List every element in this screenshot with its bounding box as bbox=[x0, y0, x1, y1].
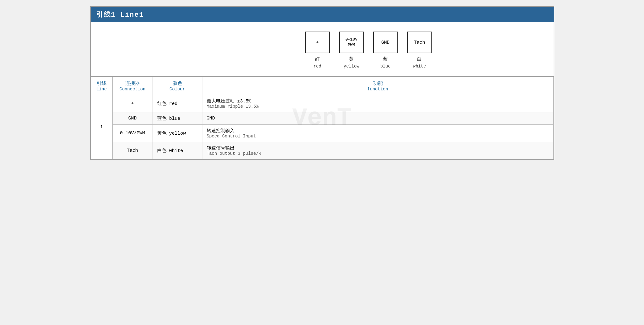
cell-color-blue: 蓝色 blue bbox=[153, 112, 202, 125]
cell-func-pwm: 转速控制输入 Speed Control Input bbox=[202, 125, 553, 142]
th-func-zh: 功能 bbox=[207, 80, 549, 87]
pin-pwm-box: 0-10VPWM 黄 yellow bbox=[339, 32, 364, 70]
pin-tach-en: white bbox=[413, 63, 426, 70]
pin-plus-en: red bbox=[313, 63, 321, 70]
connector-row: + 红 red 0-10VPWM 黄 yellow GND bbox=[305, 32, 432, 70]
pin-plus-label: 红 red bbox=[313, 56, 321, 70]
pin-plus-zh: 红 bbox=[315, 56, 320, 63]
page-title: 引线1 Line1 bbox=[96, 11, 144, 19]
pin-tach-label: 白 white bbox=[413, 56, 426, 70]
cell-conn-pwm: 0-10V/PWM bbox=[112, 125, 153, 142]
func-pwm-zh: 转速控制输入 bbox=[207, 128, 549, 134]
diagram-section: + 红 red 0-10VPWM 黄 yellow GND bbox=[91, 22, 554, 76]
main-container: 引线1 Line1 + 红 red 0-10VPWM 黄 yellow bbox=[90, 6, 554, 160]
pin-tach-zh: 白 bbox=[417, 56, 422, 63]
pin-pwm-label: 黄 yellow bbox=[344, 56, 359, 70]
diagram-inner: + 红 red 0-10VPWM 黄 yellow GND bbox=[305, 32, 432, 70]
table-row: 0-10V/PWM 黄色 yellow 转速控制输入 Speed Control… bbox=[91, 125, 553, 142]
cell-color-yellow: 黄色 yellow bbox=[153, 125, 202, 142]
main-table: 引线 Line 连接器 Connection 颜色 Colour 功能 func… bbox=[91, 76, 554, 159]
func-gnd-zh: GND bbox=[207, 116, 549, 121]
th-line-en: Line bbox=[95, 87, 108, 92]
table-row: Tach 白色 white 转速信号输出 Tach output 3 pulse… bbox=[91, 142, 553, 159]
pin-gnd-label: 蓝 blue bbox=[380, 56, 391, 70]
pin-tach-box: Tach 白 white bbox=[407, 32, 432, 70]
pin-tach-symbol: Tach bbox=[407, 32, 432, 53]
cell-color-white: 白色 white bbox=[153, 142, 202, 159]
th-func-en: function bbox=[207, 87, 549, 92]
table-row: 1 + 红色 red 最大电压波动 ±3.5% Maximum ripple ±… bbox=[91, 95, 553, 112]
func-plus-en: Maximum ripple ±3.5% bbox=[207, 104, 549, 109]
table-row: GND 蓝色 blue GND bbox=[91, 112, 553, 125]
th-line-zh: 引线 bbox=[95, 80, 108, 87]
pin-pwm-symbol: 0-10VPWM bbox=[339, 32, 364, 53]
th-line: 引线 Line bbox=[91, 77, 112, 95]
pin-gnd-en: blue bbox=[380, 63, 391, 70]
pin-gnd-symbol: GND bbox=[373, 32, 398, 53]
th-conn: 连接器 Connection bbox=[112, 77, 153, 95]
cell-func-gnd: GND bbox=[202, 112, 553, 125]
table-section: VenT 引线 Line 连接器 Connection 颜色 Colour bbox=[91, 76, 554, 159]
th-conn-zh: 连接器 bbox=[117, 80, 148, 87]
pin-pwm-en: yellow bbox=[344, 63, 359, 70]
cell-color-red: 红色 red bbox=[153, 95, 202, 112]
th-color-en: Colour bbox=[157, 87, 198, 92]
func-pwm-en: Speed Control Input bbox=[207, 134, 549, 139]
page-header: 引线1 Line1 bbox=[91, 7, 554, 22]
th-conn-en: Connection bbox=[117, 87, 148, 92]
func-plus-zh: 最大电压波动 ±3.5% bbox=[207, 98, 549, 104]
cell-conn-tach: Tach bbox=[112, 142, 153, 159]
th-func: 功能 function bbox=[202, 77, 553, 95]
cell-conn-gnd: GND bbox=[112, 112, 153, 125]
pin-pwm-zh: 黄 bbox=[349, 56, 354, 63]
pin-gnd-box: GND 蓝 blue bbox=[373, 32, 398, 70]
table-header-row: 引线 Line 连接器 Connection 颜色 Colour 功能 func… bbox=[91, 77, 553, 95]
func-tach-en: Tach output 3 pulse/R bbox=[207, 151, 549, 156]
th-color: 颜色 Colour bbox=[153, 77, 202, 95]
th-color-zh: 颜色 bbox=[157, 80, 198, 87]
pin-plus-box: + 红 red bbox=[305, 32, 330, 70]
pin-plus-symbol: + bbox=[305, 32, 330, 53]
cell-func-tach: 转速信号输出 Tach output 3 pulse/R bbox=[202, 142, 553, 159]
cell-line-1: 1 bbox=[91, 95, 112, 159]
func-tach-zh: 转速信号输出 bbox=[207, 145, 549, 151]
pin-gnd-zh: 蓝 bbox=[383, 56, 388, 63]
cell-conn-plus: + bbox=[112, 95, 153, 112]
cell-func-plus: 最大电压波动 ±3.5% Maximum ripple ±3.5% bbox=[202, 95, 553, 112]
